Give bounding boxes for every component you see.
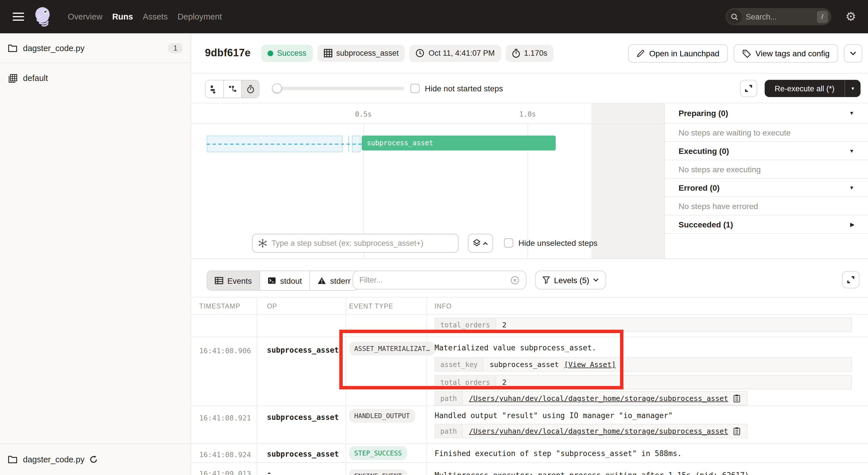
nav-link-runs[interactable]: Runs [112,12,133,21]
search-icon [727,9,742,24]
search-input[interactable] [746,12,817,21]
summary-message-executing: No steps are executing [665,160,868,179]
event-type-badge: HANDLED_OUTPUT [349,409,415,423]
event-log-table: TIMESTAMP OP EVENT TYPE INFO total_order… [191,297,868,475]
expand-icon [745,84,753,92]
nav-link-deployment[interactable]: Deployment [177,12,222,21]
path-link[interactable]: /Users/yuhan/dev/local/dagster_home/stor… [469,394,728,403]
hide-not-started-checkbox[interactable] [410,84,420,93]
event-table-header: TIMESTAMP OP EVENT TYPE INFO [191,297,868,315]
events-expand-button[interactable] [842,271,859,288]
run-id: 9dbf617e [205,47,251,59]
hamburger-menu-icon[interactable] [12,12,24,21]
event-op: subprocess_asset [267,413,339,422]
summary-message-errored: No steps have errored [665,197,868,215]
dagster-logo[interactable] [33,6,53,28]
tab-stderr[interactable]: stderr [309,271,358,290]
event-row-handled-output[interactable]: 16:41:08.921 subprocess_asset HANDLED_OU… [191,406,868,444]
gear-icon[interactable]: ⚙ [844,10,858,24]
slider-handle[interactable] [272,83,282,93]
event-op: subprocess_asset [267,346,339,354]
run-duration-badge: 1.170s [506,44,554,62]
event-message: Multiprocess executor: parent process ex… [435,471,868,475]
log-filter[interactable] [352,270,526,290]
dagster-run-page: Overview Runs Assets Deployment / ⚙ dags… [0,0,868,475]
view-mode-waterfall-icon[interactable] [223,81,241,98]
step-subset-input-wrap[interactable] [252,234,459,253]
refresh-icon[interactable] [90,455,98,464]
sidebar-item-default-job[interactable]: default [0,70,191,86]
gantt-view-mode-group [205,80,259,98]
open-in-launchpad-button[interactable]: Open in Launchpad [628,44,728,63]
reexecute-all-button[interactable]: Re-execute all (*) ▾ [765,80,861,97]
summary-section-preparing[interactable]: Preparing (0) ▼ [665,103,868,123]
code-location-count-badge: 1 [168,43,183,53]
search-shortcut-key: / [817,11,828,23]
summary-section-executing[interactable]: Executing (0) ▼ [665,142,868,160]
event-timestamp: 16:41:08.906 [199,346,251,355]
sidebar-code-location[interactable]: dagster_code.py 1 [0,33,191,63]
gantt-expand-button[interactable] [740,80,757,97]
gantt-zoom-slider[interactable] [273,87,404,90]
global-search[interactable]: / [725,8,831,25]
gantt-tick-0.5s: 0.5s [355,110,372,118]
nav-link-assets[interactable]: Assets [143,12,167,21]
copy-icon[interactable] [733,394,741,403]
gantt-chart: 0.5s 1.0s subprocess_asset [191,103,664,259]
view-tags-config-button[interactable]: View tags and config [734,44,838,63]
pencil-icon [637,50,645,57]
metadata-kv-asset-key: asset_key subprocess_asset[View Asset] [435,357,852,372]
clear-filter-icon[interactable] [510,275,520,285]
gantt-overflow-zone [591,103,664,259]
caret-expanded-icon: ▼ [849,185,854,190]
step-subset-input[interactable] [272,239,453,247]
event-row-partial[interactable]: total_orders 2 [191,315,868,337]
gantt-waiting-dashed-line [207,144,362,145]
event-message: Finished execution of step "subprocess_a… [435,449,868,458]
event-timestamp: 16:41:09.013 [199,469,251,475]
metadata-kv-path: path /Users/yuhan/dev/local/dagster_home… [435,391,748,406]
nav-link-overview[interactable]: Overview [68,12,102,21]
folder-icon [8,455,17,464]
tab-stdout[interactable]: stdout [259,271,309,290]
hide-unselected-checkbox[interactable] [504,238,513,247]
status-dot-icon [267,50,273,56]
gantt-step-bar[interactable]: subprocess_asset [362,136,556,150]
run-timestamp-badge: Oct 11, 4:41:07 PM [410,44,501,62]
event-row-step-success[interactable]: 16:41:08.924 subprocess_asset STEP_SUCCE… [191,444,868,463]
col-event-type: EVENT TYPE [346,302,427,309]
chevron-down-icon [849,51,857,56]
summary-message-preparing: No steps are waiting to execute [665,123,868,142]
event-op: - [267,469,272,475]
top-nav: Overview Runs Assets Deployment / ⚙ [0,0,868,33]
view-mode-flat-icon[interactable] [206,81,223,98]
log-filter-input[interactable] [360,276,510,284]
levels-filter-button[interactable]: Levels (5) [535,270,607,290]
hide-not-started-checkbox-row[interactable]: Hide not started steps [410,84,503,93]
summary-section-errored[interactable]: Errored (0) ▼ [665,179,868,197]
hide-unselected-checkbox-row[interactable]: Hide unselected steps [504,238,598,247]
event-row-asset-materialization[interactable]: 16:41:08.906 subprocess_asset ASSET_MATE… [191,337,868,406]
copy-icon[interactable] [733,427,741,435]
view-asset-link[interactable]: [View Asset] [564,360,616,369]
caret-expanded-icon: ▼ [849,110,854,116]
code-location-name: dagster_code.py [23,43,84,53]
reexecute-dropdown-caret[interactable]: ▾ [845,86,861,91]
timer-icon [512,49,520,58]
col-op: OP [257,302,346,309]
run-status-badge: Success [261,44,313,62]
layers-icon [473,239,480,247]
run-actions-chevron-button[interactable] [844,44,862,63]
graph-query-toggle-button[interactable] [468,234,493,253]
caret-collapsed-icon: ▶ [850,221,854,227]
tab-events[interactable]: Events [207,271,259,290]
step-summary-panel: Preparing (0) ▼ No steps are waiting to … [664,103,868,259]
run-target-badge[interactable]: subprocess_asset [317,44,405,62]
path-link[interactable]: /Users/yuhan/dev/local/dagster_home/stor… [469,427,728,435]
nav-links: Overview Runs Assets Deployment [68,12,222,21]
folder-icon [8,44,17,52]
gantt-section: 0.5s 1.0s subprocess_asset [191,103,868,259]
event-row-engine-event[interactable]: 16:41:09.013 - ENGINE_EVENT Multiprocess… [191,463,868,475]
summary-section-succeeded[interactable]: Succeeded (1) ▶ [665,215,868,234]
view-mode-timed-icon[interactable] [241,81,259,98]
